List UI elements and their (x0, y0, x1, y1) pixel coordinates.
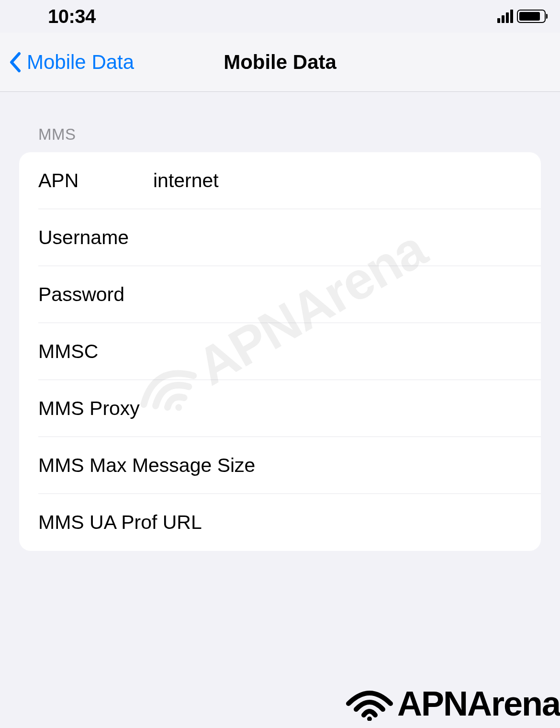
settings-row-password[interactable]: Password (19, 266, 541, 323)
settings-group-mms: APN Username Password MMSC MMS Proxy MMS… (19, 152, 541, 551)
username-input[interactable] (153, 226, 522, 249)
row-label: APN (38, 169, 153, 192)
mms-proxy-input[interactable] (153, 397, 522, 420)
status-time: 10:34 (48, 6, 96, 27)
apn-input[interactable] (153, 169, 522, 192)
brand-footer: APNArena (346, 684, 560, 723)
back-button[interactable]: Mobile Data (0, 51, 134, 74)
settings-row-mms-ua-prof-url[interactable]: MMS UA Prof URL (19, 494, 541, 551)
cellular-signal-icon (497, 10, 513, 23)
settings-row-username[interactable]: Username (19, 209, 541, 266)
row-label: Password (38, 283, 153, 306)
battery-icon (517, 10, 546, 23)
password-input[interactable] (153, 283, 522, 306)
settings-row-apn[interactable]: APN (19, 152, 541, 209)
section-header-mms: MMS (19, 92, 541, 152)
svg-point-1 (367, 717, 372, 721)
settings-row-mms-proxy[interactable]: MMS Proxy (19, 380, 541, 437)
page-title: Mobile Data (224, 51, 336, 74)
status-bar: 10:34 (0, 0, 560, 33)
brand-name: APNArena (397, 684, 560, 723)
chevron-left-icon (9, 52, 21, 73)
status-indicators (497, 10, 546, 23)
row-label: MMS Max Message Size (38, 454, 522, 477)
row-label: MMS UA Prof URL (38, 511, 522, 534)
settings-row-mms-max-size[interactable]: MMS Max Message Size (19, 437, 541, 494)
wifi-icon (346, 686, 393, 721)
back-button-label: Mobile Data (27, 51, 134, 74)
settings-row-mmsc[interactable]: MMSC (19, 323, 541, 380)
row-label: MMS Proxy (38, 397, 153, 420)
row-label: Username (38, 226, 153, 249)
row-label: MMSC (38, 340, 153, 363)
mmsc-input[interactable] (153, 340, 522, 363)
nav-header: Mobile Data Mobile Data (0, 33, 560, 92)
